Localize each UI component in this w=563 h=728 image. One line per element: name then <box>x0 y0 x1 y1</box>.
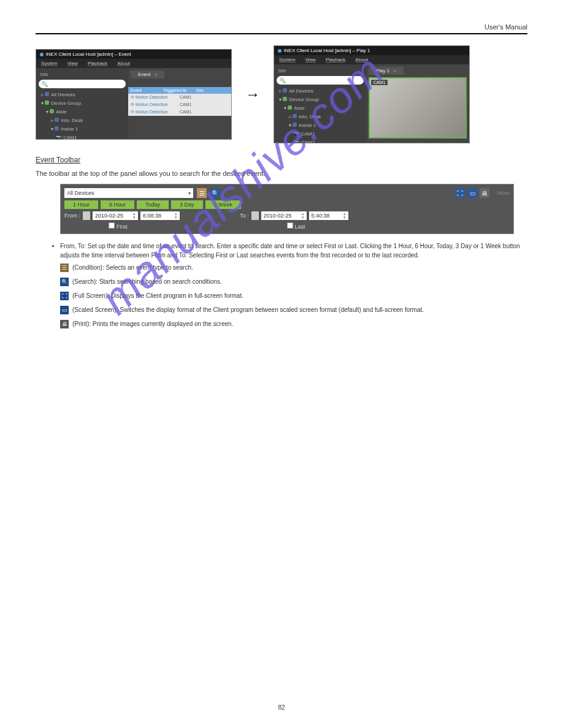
sidebar: Site 🔍 ▹ All Devices ▾ Device Group ▾ Ai… <box>36 68 128 139</box>
close-icon[interactable]: × <box>154 72 157 77</box>
main-panel: Event× Event Triggered At Dev ⟳ Motion D… <box>128 68 231 139</box>
main-panel: Play 1× CAM1 <box>366 64 469 143</box>
menu-playback[interactable]: Playback <box>326 57 345 63</box>
site-label: Site <box>39 70 126 80</box>
device-dropdown[interactable]: All Devices▾ <box>64 188 193 198</box>
menu-system[interactable]: System <box>41 61 58 66</box>
camera-label: CAM1 <box>371 80 388 85</box>
bullet-print: (Print): Prints the images currently dis… <box>72 318 233 330</box>
camera-preview[interactable]: CAM1 <box>369 77 467 138</box>
tab-play[interactable]: Play 1× <box>369 67 404 75</box>
bullet-fullscreen: (Full Screen): Displays the Client progr… <box>72 290 243 302</box>
more-label[interactable]: More <box>497 190 510 196</box>
col-dev: Dev <box>196 88 229 93</box>
tab-3day[interactable]: 3 Day <box>171 200 203 209</box>
tab-1week[interactable]: 1 Week <box>205 200 241 209</box>
tree-cam2[interactable]: 📷 CAM2 <box>279 138 364 143</box>
play-screenshot: iNEX Client Local Host [admin] – Play 1 … <box>274 45 470 143</box>
tree-inside[interactable]: ▾ Inside 1 <box>279 121 364 130</box>
bullet-condition: (Condition): Selects an event type to se… <box>72 262 193 274</box>
close-icon[interactable]: × <box>393 68 396 74</box>
title-text: iNEX Client Local Host [admin] – Play 1 <box>284 48 370 53</box>
app-icon <box>40 53 44 56</box>
event-screenshot: iNEX Client Local Host [admin] – Event S… <box>36 49 232 140</box>
fullscreen-icon[interactable]: ⛶ <box>455 188 465 198</box>
ss-title: iNEX Client Local Host [admin] – Event <box>36 50 231 59</box>
from-label: From : <box>64 213 80 219</box>
page-number: 82 <box>0 704 563 711</box>
menu-about[interactable]: About <box>117 61 130 66</box>
title-text: iNEX Client Local Host [admin] – Event <box>46 51 131 57</box>
col-triggered: Triggered At <box>163 88 196 93</box>
menu-view[interactable]: View <box>305 57 316 63</box>
search-icon[interactable]: 🔍 <box>210 188 220 198</box>
calendar-icon[interactable] <box>83 211 90 220</box>
to-label: To : <box>240 213 249 219</box>
bullet-text: From, To: Set up the date and time of an… <box>60 241 527 260</box>
bullet-from-to: From, To: Set up the date and time of an… <box>60 241 527 260</box>
ss-title: iNEX Client Local Host [admin] – Play 1 <box>274 46 469 55</box>
tree-all-devices[interactable]: ▹ All Devices <box>41 91 126 99</box>
from-date-input[interactable]: 2010-02-25▴▾ <box>93 211 138 220</box>
col-event: Event <box>131 88 163 93</box>
event-row[interactable]: ⟳ Motion DetectionCAM1 <box>128 94 231 101</box>
event-row[interactable]: ⟳ Motion DetectionCAM1 <box>128 101 231 108</box>
tree-all-devices[interactable]: ▹ All Devices <box>279 87 364 96</box>
screenshots-row: iNEX Client Local Host [admin] – Event S… <box>36 45 527 143</box>
event-header: Event Triggered At Dev <box>128 87 231 94</box>
tab-event[interactable]: Event× <box>131 70 164 78</box>
tree-cam1[interactable]: 📷 CAM1 <box>279 130 364 138</box>
menu-system[interactable]: System <box>279 57 296 63</box>
tab-1hour[interactable]: 1 Hour <box>64 200 98 209</box>
app-icon <box>278 49 282 53</box>
site-label: Site <box>277 67 364 76</box>
time-range-tabs: 1 Hour 6 Hour Today 3 Day 1 Week <box>64 200 510 209</box>
condition-icon[interactable]: ☰ <box>197 188 207 198</box>
menu-about[interactable]: About <box>355 57 368 63</box>
arrow-icon: → <box>239 86 266 103</box>
tree-device-group[interactable]: ▾ Device Group <box>279 96 364 104</box>
menubar: System View Playback About <box>274 55 469 64</box>
search-input[interactable]: 🔍 <box>277 76 364 85</box>
section-intro: The toolbar at the top of the panel allo… <box>36 169 527 178</box>
tab-today[interactable]: Today <box>137 200 169 209</box>
section-title: Event Toolbar <box>36 156 527 164</box>
event-row[interactable]: ⟳ Motion DetectionCAM1 <box>128 108 231 116</box>
condition-icon: ☰ <box>60 264 69 272</box>
tab-6hour[interactable]: 6 Hour <box>101 200 134 209</box>
bullet-search: (Search): Starts searching based on sear… <box>72 276 221 288</box>
chevron-down-icon: ▾ <box>188 191 191 196</box>
tree-inside[interactable]: ▾ Inside 1 <box>41 125 126 134</box>
to-time-input[interactable]: 5:40:38▴▾ <box>309 211 348 220</box>
device-tree: ▹ All Devices ▾ Device Group ▾ Aisle ▹ I… <box>277 87 364 143</box>
tree-cam1[interactable]: 📷 CAM1 <box>41 134 126 140</box>
last-checkbox[interactable]: Last <box>287 222 305 230</box>
calendar-icon[interactable] <box>251 211 259 220</box>
search-input[interactable]: 🔍 <box>39 80 126 88</box>
toolbar-screenshot: All Devices▾ ☰ 🔍 ⛶ ▭ 🖶 More 1 Hour 6 Hou… <box>60 184 514 234</box>
search-icon: 🔍 <box>60 278 69 286</box>
tree-info-desk[interactable]: ▹ Info. Desk <box>41 116 126 125</box>
tree-info-desk[interactable]: ▹ Info. Desk <box>279 113 364 121</box>
tree-aisle[interactable]: ▾ Aisle <box>279 104 364 113</box>
menu-playback[interactable]: Playback <box>88 61 107 66</box>
to-date-input[interactable]: 2010-02-25▴▾ <box>261 211 307 220</box>
sidebar: Site 🔍 ▹ All Devices ▾ Device Group ▾ Ai… <box>274 64 366 143</box>
menubar: System View Playback About <box>36 59 231 68</box>
page-header: User's Manual <box>36 23 527 34</box>
icon-bullet-list: ☰ (Condition): Selects an event type to … <box>60 262 527 330</box>
from-time-input[interactable]: 6:08:38▴▾ <box>140 211 180 220</box>
first-checkbox[interactable]: First <box>109 222 128 230</box>
scaled-icon[interactable]: ▭ <box>467 188 477 198</box>
bullet-scaled: (Scaled Screen): Switches the display fo… <box>72 304 424 316</box>
device-tree: ▹ All Devices ▾ Device Group ▾ Aisle ▹ I… <box>39 91 126 140</box>
print-icon: 🖶 <box>60 320 69 328</box>
tree-aisle[interactable]: ▾ Aisle <box>41 108 126 116</box>
fullscreen-icon: ⛶ <box>60 292 69 300</box>
menu-view[interactable]: View <box>67 61 78 66</box>
scaled-icon: ▭ <box>60 306 69 314</box>
print-icon[interactable]: 🖶 <box>480 188 489 198</box>
tree-device-group[interactable]: ▾ Device Group <box>41 99 126 108</box>
